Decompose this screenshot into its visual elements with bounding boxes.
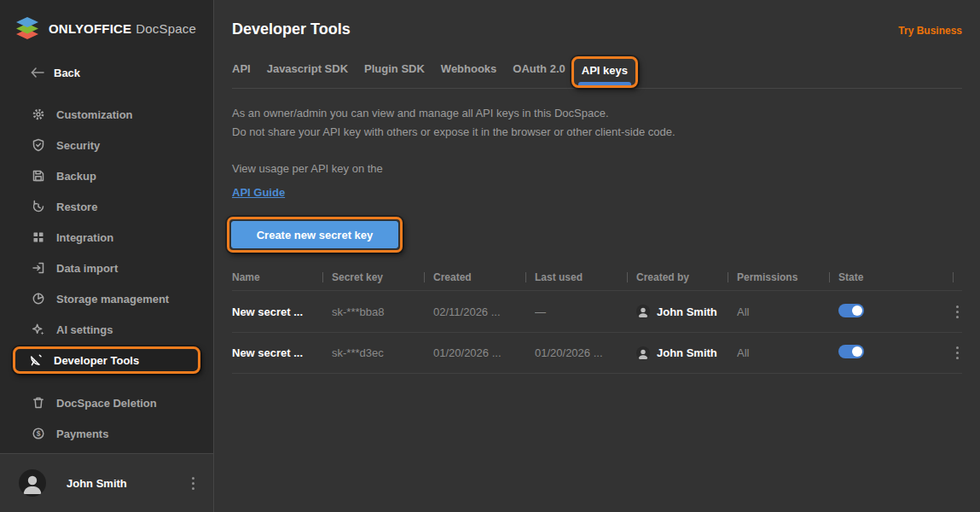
back-button[interactable]: Back xyxy=(31,66,213,79)
shield-icon xyxy=(32,138,45,152)
tab-javascript-sdk[interactable]: Javascript SDK xyxy=(267,62,348,75)
sidebar-item-customization[interactable]: Customization xyxy=(0,99,213,130)
active-tab-underline xyxy=(578,82,631,85)
column-header-created-by[interactable]: Created by xyxy=(636,271,737,283)
sidebar-item-label: Security xyxy=(56,139,100,152)
state-toggle[interactable] xyxy=(838,304,864,317)
key-permissions: All xyxy=(737,346,838,359)
import-icon xyxy=(32,261,45,275)
sidebar-item-data-import[interactable]: Data import xyxy=(0,253,213,283)
brand-product: DocSpace xyxy=(136,21,196,36)
sidebar-item-label: Storage management xyxy=(56,293,169,305)
back-arrow-icon xyxy=(31,66,44,79)
table-row[interactable]: New secret ... sk-***bba8 02/11/2026 ...… xyxy=(232,290,962,332)
tab-api[interactable]: API xyxy=(232,62,251,75)
sidebar-item-ai-settings[interactable]: AI settings xyxy=(0,314,213,345)
key-permissions: All xyxy=(737,305,838,318)
sidebar-item-label: Restore xyxy=(56,201,97,213)
user-name: John Smith xyxy=(67,477,188,490)
intro-text: As an owner/admin you can view and manag… xyxy=(232,104,962,142)
dollar-icon: $ xyxy=(32,427,45,440)
pie-chart-icon xyxy=(32,292,45,305)
column-header-secret-key[interactable]: Secret key xyxy=(332,271,433,283)
tab-webhooks[interactable]: Webhooks xyxy=(441,62,497,75)
table-row[interactable]: New secret ... sk-***d3ec 01/20/2026 ...… xyxy=(232,332,962,374)
user-menu-kebab-icon[interactable] xyxy=(188,474,198,493)
key-name: New secret ... xyxy=(232,305,332,318)
key-state-cell xyxy=(838,304,931,320)
key-created: 01/20/2026 ... xyxy=(433,346,535,359)
sidebar-item-docspace-deletion[interactable]: DocSpace Deletion xyxy=(0,387,213,418)
key-secret: sk-***bba8 xyxy=(332,305,433,318)
table-header-row: Name Secret key Created Last used Create… xyxy=(232,265,962,290)
column-header-state[interactable]: State xyxy=(838,271,931,283)
key-created-by: John Smith xyxy=(636,346,737,360)
key-last-used: — xyxy=(535,305,636,318)
sidebar-item-restore[interactable]: Restore xyxy=(0,191,213,222)
api-guide-link[interactable]: API Guide xyxy=(232,186,285,199)
column-header-permissions[interactable]: Permissions xyxy=(737,271,838,283)
create-key-highlight-box: Create new secret key xyxy=(227,217,403,253)
sidebar-secondary-group: DocSpace Deletion $ Payments xyxy=(0,387,213,449)
column-header-name[interactable]: Name xyxy=(232,271,332,283)
key-secret: sk-***d3ec xyxy=(332,346,433,359)
sidebar-item-developer-tools[interactable]: Developer Tools xyxy=(13,346,200,374)
satellite-icon xyxy=(29,353,43,367)
trash-icon xyxy=(32,396,45,410)
key-name: New secret ... xyxy=(232,346,332,359)
sidebar-item-label: Backup xyxy=(56,170,96,183)
key-last-used: 01/20/2026 ... xyxy=(535,346,636,359)
gear-icon xyxy=(32,108,45,121)
sidebar: ONLYOFFICEDocSpace Back Customization xyxy=(0,0,214,512)
back-label: Back xyxy=(54,67,80,79)
save-icon xyxy=(32,169,45,183)
tab-oauth[interactable]: OAuth 2.0 xyxy=(513,62,565,75)
sidebar-item-label: Customization xyxy=(56,108,133,121)
sidebar-item-label: Data import xyxy=(56,262,118,275)
sidebar-item-payments[interactable]: $ Payments xyxy=(0,418,213,449)
tab-plugin-sdk[interactable]: Plugin SDK xyxy=(364,62,425,75)
creator-name: John Smith xyxy=(657,305,717,318)
grid-icon xyxy=(32,230,45,244)
intro-line-2: Do not share your API key with others or… xyxy=(232,123,962,142)
person-icon xyxy=(636,305,650,318)
sidebar-item-label: DocSpace Deletion xyxy=(56,397,157,410)
key-created: 02/11/2026 ... xyxy=(433,305,535,318)
usage-text: View usage per API key on the xyxy=(232,162,962,175)
main-header: Developer Tools Try Business xyxy=(232,20,962,38)
column-header-menu xyxy=(931,272,962,282)
svg-text:$: $ xyxy=(37,429,41,438)
sidebar-item-storage-management[interactable]: Storage management xyxy=(0,283,213,314)
history-icon xyxy=(32,200,45,213)
sparkle-icon xyxy=(32,323,45,336)
key-state-cell xyxy=(838,345,931,361)
brand-logo[interactable]: ONLYOFFICEDocSpace xyxy=(0,0,213,41)
sidebar-item-label: Developer Tools xyxy=(54,354,139,367)
sidebar-item-label: Integration xyxy=(56,231,113,244)
sidebar-item-backup[interactable]: Backup xyxy=(0,160,213,191)
create-secret-key-button[interactable]: Create new secret key xyxy=(231,221,398,248)
sidebar-item-integration[interactable]: Integration xyxy=(0,222,213,253)
person-icon xyxy=(636,346,650,360)
tab-api-keys[interactable]: API keys xyxy=(571,56,638,88)
tab-api-keys-label: API keys xyxy=(582,64,628,77)
sidebar-item-security[interactable]: Security xyxy=(0,130,213,160)
page-title: Developer Tools xyxy=(232,20,351,38)
sidebar-nav: Customization Security Backup xyxy=(0,99,213,449)
sidebar-item-label: AI settings xyxy=(56,323,113,336)
user-area[interactable]: John Smith xyxy=(0,453,213,512)
api-keys-table: Name Secret key Created Last used Create… xyxy=(232,265,962,374)
avatar xyxy=(19,469,46,497)
state-toggle[interactable] xyxy=(838,345,864,358)
row-menu-cell xyxy=(931,343,962,363)
row-kebab-icon[interactable] xyxy=(953,302,962,322)
sidebar-item-label: Payments xyxy=(56,428,108,440)
row-kebab-icon[interactable] xyxy=(953,343,962,363)
creator-name: John Smith xyxy=(657,346,717,359)
column-header-last-used[interactable]: Last used xyxy=(535,271,636,283)
tab-bar: API Javascript SDK Plugin SDK Webhooks O… xyxy=(232,61,962,89)
key-created-by: John Smith xyxy=(636,305,737,318)
column-header-created[interactable]: Created xyxy=(433,271,535,283)
try-business-link[interactable]: Try Business xyxy=(898,25,962,37)
brand-name: ONLYOFFICE xyxy=(49,21,131,36)
